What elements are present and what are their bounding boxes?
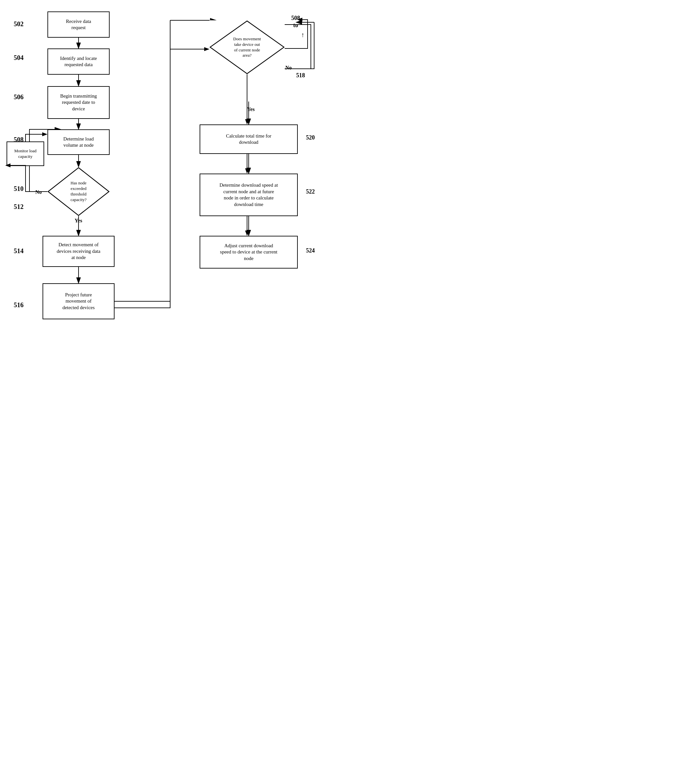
box-520-text: Calculate total time for download	[226, 133, 272, 146]
up-arrow-508to: ↑	[301, 31, 304, 39]
box-514-text: Detect movement of devices receiving dat…	[57, 242, 100, 261]
box-524: Adjust current download speed to device …	[200, 236, 298, 268]
diamond-518: Does movement take device out of current…	[210, 20, 285, 74]
no-label-510: No	[35, 189, 42, 195]
yes-label-518: Yes	[247, 106, 255, 112]
box-514: Detect movement of devices receiving dat…	[42, 236, 115, 267]
box-516: Project future movement of detected devi…	[42, 283, 115, 319]
label-524: 524	[306, 247, 315, 254]
box-516-text: Project future movement of detected devi…	[62, 292, 95, 311]
yes-label-510: Yes	[75, 218, 82, 224]
box-504: Identify and locate requested data	[47, 48, 110, 75]
box-508: Determine load volume at node	[47, 129, 110, 155]
no-label-518: No	[285, 65, 292, 71]
label-512: 512	[14, 203, 23, 210]
diamond-510-label: Has node exceeded threshold capacity?	[47, 167, 110, 216]
box-506-text: Begin transmitting requested date to dev…	[60, 93, 97, 112]
label-518: 518	[296, 72, 305, 79]
box-502-text: Receive data request	[66, 18, 91, 31]
box-502: Receive data request	[47, 11, 110, 37]
label-514: 514	[14, 247, 23, 255]
box-monitor-text: Monitor load capacity	[14, 148, 36, 159]
diamond-518-text: Does movement take device out of current…	[233, 36, 261, 59]
label-522: 522	[306, 188, 315, 195]
box-522-text: Determine download speed at current node…	[219, 182, 278, 207]
box-522: Determine download speed at current node…	[200, 173, 298, 216]
diamond-510-text: Has node exceeded threshold capacity?	[70, 181, 86, 203]
label-510: 510	[14, 185, 23, 193]
label-502: 502	[14, 20, 23, 28]
box-monitor: Monitor load capacity	[6, 142, 44, 166]
label-508to: 508to	[291, 15, 300, 29]
label-520: 520	[306, 134, 315, 141]
label-504: 504	[14, 54, 23, 62]
label-506: 506	[14, 94, 23, 101]
diamond-518-label: Does movement take device out of current…	[210, 20, 285, 74]
flowchart: 502 Receive data request 504 Identify an…	[0, 0, 339, 392]
box-520: Calculate total time for download	[200, 125, 298, 154]
label-516: 516	[14, 301, 23, 309]
box-508-text: Determine load volume at node	[64, 136, 94, 149]
box-506: Begin transmitting requested date to dev…	[47, 86, 110, 119]
box-504-text: Identify and locate requested data	[60, 55, 97, 68]
box-524-text: Adjust current download speed to device …	[220, 243, 277, 262]
diamond-510: Has node exceeded threshold capacity?	[47, 167, 110, 216]
